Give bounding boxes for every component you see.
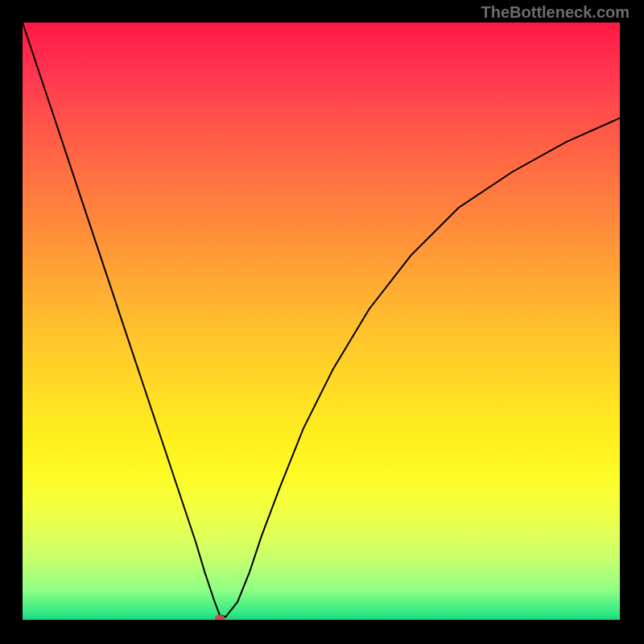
watermark-text: TheBottleneck.com [481,3,630,22]
plot-area [23,23,620,620]
bottleneck-curve [23,23,620,620]
minimum-marker [215,614,225,620]
